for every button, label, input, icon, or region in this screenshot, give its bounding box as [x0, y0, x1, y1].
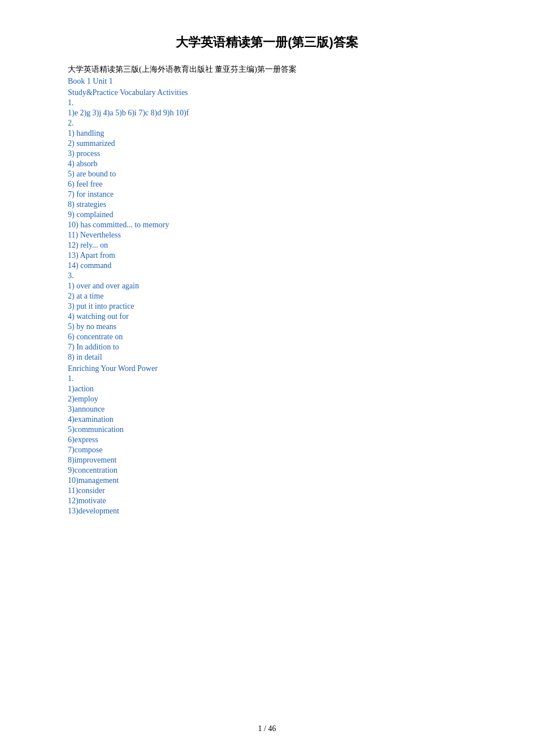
list-item: 11)consider: [68, 486, 466, 495]
page-container: 大学英语精读第一册(第三版)答案 大学英语精读第三版(上海外语教育出版社 董亚芬…: [0, 0, 534, 756]
list-item: 8) in detail: [68, 353, 466, 362]
list-item: 5) by no means: [68, 322, 466, 331]
list-item: 5) are bound to: [68, 170, 466, 179]
list-item: 6) concentrate on: [68, 332, 466, 342]
items-3-list: 1) over and over again2) at a time3) put…: [68, 282, 466, 362]
section2-num: 2.: [68, 119, 466, 128]
list-item: 12)motivate: [68, 496, 466, 506]
list-item: 1) over and over again: [68, 282, 466, 291]
list-item: 3) put it into practice: [68, 302, 466, 311]
list-item: 9) complained: [68, 210, 466, 219]
list-item: 3) process: [68, 149, 466, 158]
items-2-list: 1) handling2) summarized3) process4) abs…: [68, 129, 466, 270]
row1: 1)e 2)g 3)j 4)a 5)b 6)i 7)c 8)d 9)h 10)f: [68, 109, 466, 118]
list-item: 12) rely... on: [68, 241, 466, 250]
enriching-header: Enriching Your Word Power: [68, 364, 466, 373]
book-unit: Book 1 Unit 1: [68, 77, 466, 86]
list-item: 9)concentration: [68, 466, 466, 475]
list-item: 10)management: [68, 476, 466, 485]
list-item: 11) Nevertheless: [68, 231, 466, 240]
list-item: 6) feel free: [68, 180, 466, 189]
section1-num: 1.: [68, 98, 466, 107]
main-title: 大学英语精读第一册(第三版)答案: [68, 34, 466, 51]
list-item: 13)development: [68, 507, 466, 516]
list-item: 6)express: [68, 435, 466, 444]
section-e1-num: 1.: [68, 374, 466, 383]
list-item: 4)examination: [68, 415, 466, 424]
items-e1-list: 1)action2)employ3)announce4)examination5…: [68, 385, 466, 516]
list-item: 7) In addition to: [68, 343, 466, 352]
list-item: 4) absorb: [68, 159, 466, 169]
list-item: 2)employ: [68, 395, 466, 404]
section3-num: 3.: [68, 271, 466, 280]
list-item: 7) for instance: [68, 190, 466, 199]
list-item: 8)improvement: [68, 456, 466, 465]
subtitle: 大学英语精读第三版(上海外语教育出版社 董亚芬主编)第一册答案: [68, 64, 466, 75]
list-item: 2) at a time: [68, 292, 466, 301]
list-item: 4) watching out for: [68, 312, 466, 321]
list-item: 1) handling: [68, 129, 466, 138]
page-footer: 1 / 46: [0, 724, 534, 733]
list-item: 5)communication: [68, 425, 466, 434]
list-item: 3)announce: [68, 405, 466, 414]
study-practice: Study&Practice Vocabulary Activities: [68, 88, 466, 97]
list-item: 10) has committed... to memory: [68, 221, 466, 230]
list-item: 8) strategies: [68, 200, 466, 209]
list-item: 14) command: [68, 261, 466, 270]
list-item: 1)action: [68, 385, 466, 394]
list-item: 2) summarized: [68, 139, 466, 148]
list-item: 13) Apart from: [68, 251, 466, 260]
list-item: 7)compose: [68, 446, 466, 455]
